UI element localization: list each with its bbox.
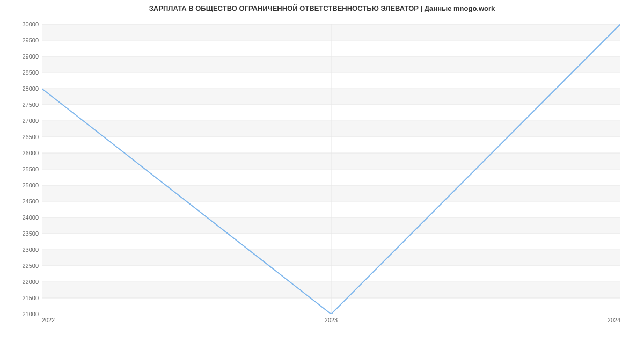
y-tick-label: 27000 (22, 118, 39, 124)
y-tick-label: 24500 (22, 198, 39, 205)
y-tick-label: 21000 (22, 311, 39, 317)
y-tick-label: 28500 (22, 69, 39, 76)
x-axis-ticks: 202220232024 (42, 317, 620, 328)
chart-container: ЗАРПЛАТА В ОБЩЕСТВО ОГРАНИЧЕННОЙ ОТВЕТСТ… (0, 0, 644, 349)
y-tick-label: 23000 (22, 246, 39, 253)
y-tick-label: 28000 (22, 85, 39, 92)
plot-area (42, 24, 620, 314)
y-axis-ticks: 2100021500220002250023000235002400024500… (0, 24, 39, 314)
y-tick-label: 25000 (22, 182, 39, 188)
y-tick-label: 25500 (22, 166, 39, 172)
y-tick-label: 21500 (22, 295, 39, 301)
y-tick-label: 27500 (22, 101, 39, 108)
chart-title: ЗАРПЛАТА В ОБЩЕСТВО ОГРАНИЧЕННОЙ ОТВЕТСТ… (0, 4, 644, 12)
y-tick-label: 29500 (22, 37, 39, 43)
y-tick-label: 24000 (22, 214, 39, 221)
y-tick-label: 29000 (22, 53, 39, 60)
y-tick-label: 30000 (22, 21, 39, 27)
x-tick-label: 2024 (608, 317, 620, 323)
x-tick-label: 2022 (42, 317, 55, 323)
plot-svg (42, 24, 620, 314)
x-tick-label: 2023 (325, 317, 338, 323)
y-tick-label: 22000 (22, 279, 39, 285)
y-tick-label: 26000 (22, 150, 39, 156)
y-tick-label: 23500 (22, 230, 39, 237)
y-tick-label: 22500 (22, 263, 39, 269)
y-tick-label: 26500 (22, 134, 39, 140)
